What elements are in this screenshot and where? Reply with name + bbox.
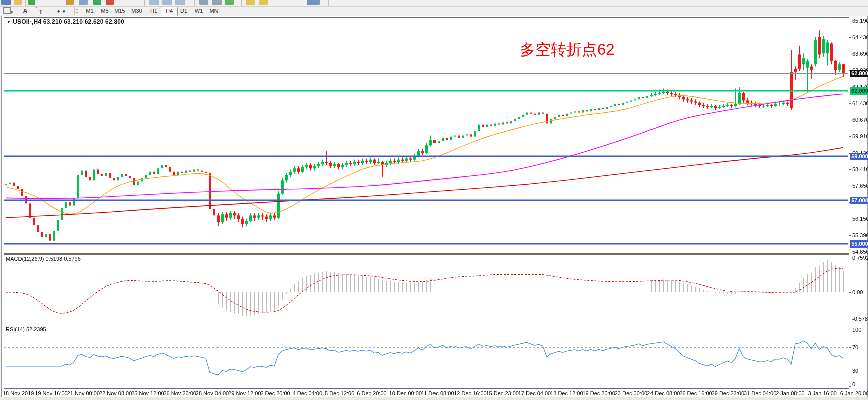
chart-text-annotation[interactable]: 多空转折点62 bbox=[520, 42, 614, 57]
toolbar-edge bbox=[328, 0, 329, 6]
time-axis-label: 31 Dec 04:00 bbox=[744, 390, 776, 396]
price-axis-label: 60.670 bbox=[852, 117, 868, 123]
time-axis-label: 6 Jan 20:00 bbox=[840, 390, 868, 396]
window-bottom-edge bbox=[0, 397, 868, 400]
chart-toolbar: F A T ✦ ▾ M1M5M15M30H1H4D1W1MN bbox=[0, 7, 868, 16]
chart-window-icon[interactable] bbox=[1, 0, 11, 5]
bar-chart-icon[interactable] bbox=[199, 0, 208, 5]
macd-axis-label: 0.7592 bbox=[852, 255, 868, 261]
crosshair-grid-icon[interactable]: F bbox=[2, 7, 14, 15]
text-label-icon[interactable]: A bbox=[19, 7, 31, 15]
price-axis-label: 63.690 bbox=[852, 51, 868, 57]
time-axis-label: 18 Dec 12:00 bbox=[550, 390, 583, 396]
top-toolbar-clipped bbox=[0, 0, 868, 7]
time-axis-label: 6 Dec 20:00 bbox=[357, 390, 386, 396]
time-axis-label: 26 Nov 20:00 bbox=[164, 390, 196, 396]
time-axis-label: 19 Dec 20:00 bbox=[582, 390, 615, 396]
time-axis-label: 29 Dec 23:00 bbox=[712, 390, 744, 396]
start-icon[interactable] bbox=[93, 0, 101, 5]
layout-vertical-icon[interactable] bbox=[175, 0, 185, 5]
stop-icon[interactable] bbox=[106, 0, 114, 5]
macd-indicator-label: MACD(12,26,9) 0.5198 0.5796 bbox=[6, 256, 81, 262]
green-level-tag: 62.000 bbox=[850, 87, 868, 95]
chart-canvas[interactable] bbox=[2, 16, 867, 398]
zoom-in-icon[interactable] bbox=[246, 0, 255, 5]
time-axis-label: 23 Dec 00:00 bbox=[615, 390, 647, 396]
chevron-down-icon: ▾ bbox=[62, 8, 65, 14]
indicators-icon[interactable] bbox=[307, 0, 320, 5]
candle-chart-icon[interactable] bbox=[212, 0, 222, 5]
time-axis-label: 3 Jan 16:00 bbox=[808, 390, 837, 396]
separator bbox=[241, 0, 242, 6]
blue-level-tag: 59.000 bbox=[850, 153, 868, 160]
timeframe-button-mn[interactable]: MN bbox=[206, 7, 222, 15]
rsi-axis-label: 30 bbox=[852, 368, 858, 374]
text-box-icon[interactable]: T bbox=[36, 7, 45, 16]
macd-axis-label: -0.5785 bbox=[852, 316, 868, 322]
time-axis-label: 24 Dec 08:00 bbox=[647, 390, 680, 396]
timeframe-button-m30[interactable]: M30 bbox=[129, 7, 145, 15]
price-axis-label: 61.430 bbox=[852, 100, 868, 106]
time-axis-label: 26 Dec 16:00 bbox=[679, 390, 712, 396]
price-axis-label: 58.410 bbox=[852, 166, 868, 172]
separator bbox=[74, 7, 75, 15]
price-axis-label: 59.910 bbox=[852, 133, 868, 139]
chart-window: ▼USOil-,H4 63.210 63.210 62.620 62.800 多… bbox=[1, 16, 868, 399]
time-axis-label: 5 Dec 12:00 bbox=[325, 390, 354, 396]
price-axis-label: 54.650 bbox=[852, 249, 868, 255]
time-axis-label: 19 Nov 16:00 bbox=[35, 390, 67, 396]
time-axis-label: 22 Nov 08:00 bbox=[99, 390, 132, 396]
price-axis-label: 55.390 bbox=[852, 232, 868, 238]
timeframe-button-d1[interactable]: D1 bbox=[176, 7, 192, 15]
price-axis-label: 56.150 bbox=[852, 216, 868, 222]
separator bbox=[144, 0, 145, 6]
cursor-tool-icon[interactable]: ✦ ▾ bbox=[52, 7, 69, 15]
timeframe-button-m5[interactable]: M5 bbox=[97, 7, 113, 15]
timeframe-button-m1[interactable]: M1 bbox=[82, 7, 98, 15]
separator bbox=[194, 0, 195, 6]
window-menu-arrow-icon[interactable]: ▼ bbox=[7, 20, 11, 24]
current-price-tag: 62.800 bbox=[850, 70, 868, 77]
blue-level-tag: 57.000 bbox=[850, 197, 868, 204]
rsi-axis-label: 100 bbox=[852, 327, 861, 333]
time-axis-label: 2 Dec 20:00 bbox=[260, 390, 290, 396]
time-axis-label: 2 Jan 08:00 bbox=[776, 390, 805, 396]
price-axis-label: 57.650 bbox=[852, 183, 868, 189]
time-axis-label: 21 Nov 00:00 bbox=[67, 390, 100, 396]
time-axis-label: 28 Nov 04:00 bbox=[196, 390, 229, 396]
time-axis-label: 10 Dec 00:00 bbox=[389, 390, 422, 396]
layout-cascade-icon[interactable] bbox=[149, 0, 159, 5]
time-axis-label: 12 Dec 16:00 bbox=[454, 390, 486, 396]
time-axis-label: 18 Nov 2019 bbox=[3, 390, 34, 396]
line-chart-icon[interactable] bbox=[225, 0, 234, 5]
rsi-indicator-label: RSI(14) 52.2395 bbox=[6, 326, 46, 332]
separator bbox=[25, 0, 26, 6]
macd-axis-label: 0.00 bbox=[852, 289, 863, 295]
price-axis-label: 65.190 bbox=[852, 18, 868, 24]
toolbar-drag-handle[interactable] bbox=[76, 8, 78, 14]
autotrading-icon[interactable] bbox=[66, 0, 74, 5]
price-axis-label: 64.430 bbox=[852, 34, 868, 40]
time-axis-label: 15 Dec 23:00 bbox=[486, 390, 519, 396]
time-axis-label: 11 Dec 08:00 bbox=[421, 390, 454, 396]
time-axis-label: 4 Dec 04:00 bbox=[293, 390, 322, 396]
blue-level-tag: 55.000 bbox=[850, 240, 868, 248]
symbol-quote-line[interactable]: ▼USOil-,H4 63.210 63.210 62.620 62.800 bbox=[7, 18, 124, 25]
layout-tile-icon[interactable] bbox=[162, 0, 172, 5]
new-order-icon[interactable] bbox=[79, 0, 88, 5]
timeframe-button-m15[interactable]: M15 bbox=[112, 7, 128, 15]
time-axis-label: 17 Dec 04:00 bbox=[518, 390, 551, 396]
rsi-axis-label: 70 bbox=[852, 344, 858, 350]
new-chart-plus-icon[interactable] bbox=[28, 0, 35, 5]
time-axis-label: 25 Nov 12:00 bbox=[131, 390, 164, 396]
timeframe-button-h1[interactable]: H1 bbox=[146, 7, 162, 15]
magnifier-icon[interactable] bbox=[14, 0, 22, 5]
timeframe-button-h4[interactable]: H4 bbox=[161, 7, 178, 16]
time-axis-label: 29 Nov 12:00 bbox=[228, 390, 261, 396]
zoom-out-icon[interactable] bbox=[259, 0, 268, 5]
timeframe-button-w1[interactable]: W1 bbox=[191, 7, 207, 15]
rsi-axis-label: 0 bbox=[852, 381, 855, 387]
